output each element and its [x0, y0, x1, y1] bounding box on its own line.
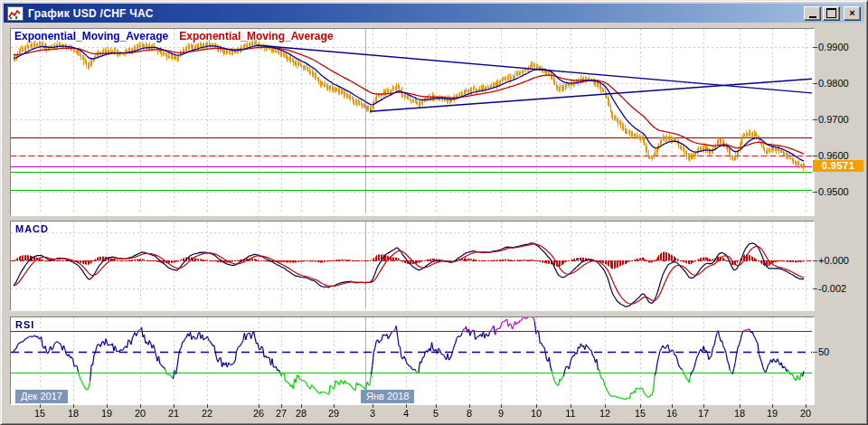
month-badge-jan: Янв 2018 — [361, 390, 414, 403]
macd-panel: MACD — [10, 221, 815, 311]
current-price-tag: 0.9571 — [813, 160, 863, 172]
maximize-button[interactable] — [823, 6, 840, 21]
time-axis-label: 22 — [196, 408, 218, 419]
time-axis-label: 19 — [96, 408, 118, 419]
price-axis-tick — [813, 83, 817, 84]
time-axis-label: 5 — [425, 408, 447, 419]
time-axis-label: 26 — [248, 408, 269, 419]
price-axis-tick — [813, 192, 817, 193]
time-axis-label: 15 — [29, 408, 51, 419]
chart-icon — [7, 6, 24, 21]
time-axis-label: 19 — [761, 408, 783, 419]
window-title: График USD /CHF ЧАС — [28, 7, 154, 20]
chart-window: График USD /CHF ЧАС × Exponential_Moving… — [0, 0, 868, 425]
price-axis-label: 0.9700 — [818, 114, 849, 125]
price-chart-panel: Exponential_Moving_AverageExponential_Mo… — [10, 28, 815, 216]
time-axis-label: 20 — [795, 408, 816, 419]
macd-canvas[interactable] — [11, 222, 812, 308]
time-axis-label: 9 — [490, 408, 512, 419]
window-controls: × — [802, 6, 861, 21]
price-axis-label: 0.9900 — [818, 42, 849, 52]
minimize-button[interactable] — [804, 6, 821, 21]
rsi-axis-label: 50 — [818, 346, 829, 357]
time-axis-label: 27 — [270, 408, 292, 419]
window-titlebar[interactable]: График USD /CHF ЧАС × — [4, 4, 864, 23]
price-axis-label: 0.9500 — [818, 186, 849, 197]
price-axis-tick — [813, 119, 817, 120]
minimize-icon — [809, 16, 816, 18]
time-axis-label: 18 — [62, 408, 84, 419]
time-axis-label: 11 — [560, 408, 581, 419]
price-axis-tick — [813, 47, 817, 48]
time-axis-label: 15 — [629, 408, 651, 419]
time-axis-label: 17 — [693, 408, 714, 419]
price-axis-label: 0.9800 — [818, 78, 849, 89]
macd-axis-tick — [813, 288, 817, 289]
time-axis-label: 12 — [594, 408, 616, 419]
time-axis-label: 8 — [458, 408, 480, 419]
rsi-axis-tick — [813, 352, 817, 353]
macd-axis-label: -0.002 — [818, 283, 846, 294]
time-axis-label: 4 — [395, 408, 417, 419]
time-axis-label: 29 — [323, 408, 344, 419]
time-axis-label: 21 — [163, 408, 184, 419]
time-axis-label: 28 — [290, 408, 312, 419]
month-badge-dec: Дек 2017 — [15, 390, 68, 403]
time-axis-label: 20 — [129, 408, 151, 419]
price-axis-tick — [813, 156, 817, 156]
time-axis-label: 3 — [362, 408, 383, 419]
maximize-icon — [826, 8, 836, 18]
close-button[interactable]: × — [844, 6, 861, 21]
price-chart-canvas[interactable] — [11, 29, 812, 213]
macd-axis-tick — [813, 260, 817, 261]
macd-axis-label: +0.000 — [818, 255, 849, 266]
time-axis-label: 18 — [729, 408, 750, 419]
time-axis-label: 16 — [661, 408, 683, 419]
time-axis-label: 10 — [525, 408, 547, 419]
